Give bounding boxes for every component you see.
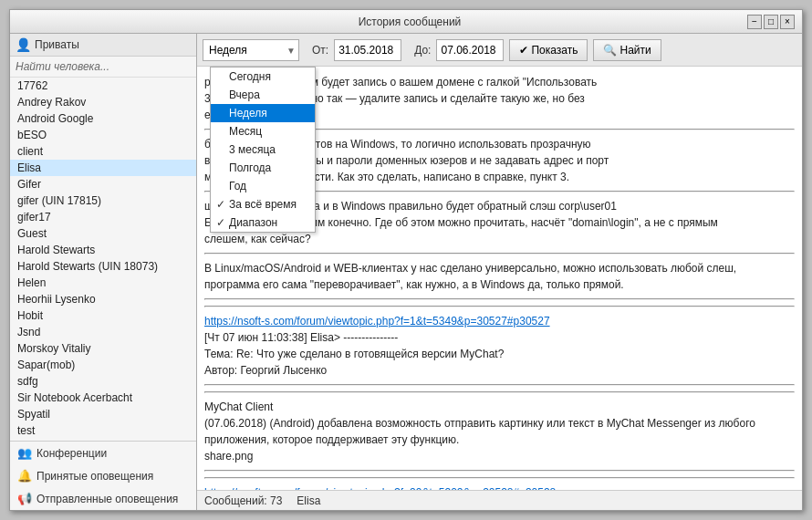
sent-alerts-icon: 📢	[17, 492, 32, 505]
title-buttons: − □ ×	[747, 15, 795, 29]
search-icon: 🔍	[603, 44, 617, 57]
sidebar-header: 👤 Приваты	[10, 34, 196, 57]
window-title: История сообщений	[72, 16, 747, 28]
from-date-input[interactable]	[334, 39, 401, 61]
dropdown-today[interactable]: Сегодня	[211, 68, 315, 86]
separator-4	[204, 298, 795, 300]
contact-gifer[interactable]: Gifer	[10, 176, 196, 192]
dropdown-month[interactable]: Месяц	[211, 122, 315, 140]
minimize-button[interactable]: −	[747, 15, 762, 29]
msg-line-13: Тема: Re: Что уже сделано в готовящейся …	[204, 346, 795, 362]
sidebar: 👤 Приваты Найти человека... 17762 Andrey…	[10, 34, 197, 510]
messages-count: Сообщений: 73	[204, 494, 282, 507]
contact-harold-stewarts[interactable]: Harold Stewarts	[10, 242, 196, 258]
dropdown-alltime[interactable]: ✓За всё время	[211, 195, 315, 213]
contact-morskoy[interactable]: Morskoy Vitaliy	[10, 340, 196, 357]
status-user: Elisa	[297, 494, 320, 507]
period-dropdown: Сегодня Вчера Неделя Месяц 3 месяца Полг…	[210, 67, 316, 233]
dropdown-year[interactable]: Год	[211, 177, 315, 195]
received-alerts-label: Принятые оповещения	[36, 470, 153, 483]
msg-line-17: приложения, которое поддерживает эту фун…	[204, 432, 795, 448]
contact-elisa[interactable]: Elisa	[10, 160, 196, 176]
close-button[interactable]: ×	[780, 15, 795, 29]
msg-line-16: (07.06.2018) (Android) добавлена возможн…	[204, 415, 795, 432]
msg-line-15: MyChat Client	[204, 399, 795, 415]
find-label: Найти	[619, 44, 651, 57]
contact-spyatil[interactable]: Spyatil	[10, 406, 196, 422]
dropdown-yesterday[interactable]: Вчера	[211, 86, 315, 104]
to-date-input[interactable]	[436, 39, 504, 61]
main-window: История сообщений − □ × 👤 Приваты Найти …	[9, 9, 803, 511]
show-button[interactable]: ✔ Показать	[509, 39, 588, 61]
show-label: Показать	[531, 44, 578, 57]
msg-line-14: Автор: Георгий Лысенко	[204, 362, 795, 379]
sent-alerts-item[interactable]: 📢 Отправленные оповещения	[10, 487, 196, 510]
to-label: До:	[414, 44, 431, 57]
contact-guest[interactable]: Guest	[10, 225, 196, 242]
received-alerts-icon: 🔔	[17, 469, 32, 483]
check-icon-2: ✓	[216, 216, 225, 229]
contact-jsnd[interactable]: Jsnd	[10, 324, 196, 340]
status-bar: Сообщений: 73 Elisa	[197, 490, 802, 510]
contact-beso[interactable]: bESO	[10, 127, 196, 143]
privates-icon: 👤	[16, 37, 31, 52]
contact-sir-notebook[interactable]: Sir Notebook Acerbacht	[10, 390, 196, 406]
title-bar: История сообщений − □ ×	[10, 10, 802, 34]
contact-sdfg[interactable]: sdfg	[10, 373, 196, 390]
received-alerts-item[interactable]: 🔔 Принятые оповещения	[10, 464, 196, 487]
conferences-icon: 👥	[17, 446, 32, 460]
contact-gifer17[interactable]: gifer17	[10, 209, 196, 225]
separator-8	[204, 470, 795, 472]
contact-hobit[interactable]: Hobit	[10, 307, 196, 324]
restore-button[interactable]: □	[764, 15, 778, 29]
separator-5	[204, 306, 795, 307]
separator-7	[204, 391, 795, 393]
dropdown-range[interactable]: ✓Диапазон	[211, 213, 315, 232]
dropdown-3months[interactable]: 3 месяца	[211, 140, 315, 159]
msg-line-10: В Linux/macOS/Android и WEB-клиентах у н…	[204, 260, 795, 276]
contact-helen[interactable]: Helen	[10, 275, 196, 291]
contact-harold-stewarts-18073[interactable]: Harold Stewarts (UIN 18073)	[10, 258, 196, 275]
toolbar: Сегодня Вчера Неделя Месяц 3 месяца Полг…	[197, 34, 802, 67]
msg-line-9: слешем, как сейчас?	[204, 231, 795, 247]
separator-3	[204, 253, 795, 255]
msg-line-12: [Чт 07 июн 11:03:38] Elisa> ------------…	[204, 329, 795, 346]
contact-andrey-rakov[interactable]: Andrey Rakov	[10, 94, 196, 110]
dropdown-halfyear[interactable]: Полгода	[211, 159, 315, 177]
msg-line-18: share.png	[204, 448, 795, 464]
contact-sapar[interactable]: Sapar(mob)	[10, 357, 196, 373]
main-content: 👤 Приваты Найти человека... 17762 Andrey…	[10, 34, 802, 510]
conferences-item[interactable]: 👥 Конференции	[10, 442, 196, 464]
check-icon: ✓	[216, 198, 225, 211]
period-select-wrapper: Сегодня Вчера Неделя Месяц 3 месяца Полг…	[203, 39, 299, 61]
contact-list: 17762 Andrey Rakov Android Google bESO c…	[10, 78, 196, 441]
period-select[interactable]: Сегодня Вчера Неделя Месяц 3 месяца Полг…	[203, 39, 299, 61]
dropdown-week[interactable]: Неделя	[211, 104, 315, 122]
contact-17762[interactable]: 17762	[10, 78, 196, 94]
sidebar-title: Приваты	[35, 38, 79, 51]
from-label: От:	[312, 44, 328, 57]
msg-link-1[interactable]: https://nsoft-s.com/forum/viewtopic.php?…	[204, 313, 795, 329]
contact-heorhii-lysenko[interactable]: Heorhii Lysenko	[10, 291, 196, 307]
contact-gifer-17815[interactable]: gifer (UIN 17815)	[10, 192, 196, 209]
separator-6	[204, 384, 795, 386]
separator-9	[204, 477, 795, 479]
find-person-input[interactable]: Найти человека...	[10, 57, 196, 78]
sidebar-footer: 👥 Конференции 🔔 Принятые оповещения 📢 От…	[10, 441, 196, 510]
contact-test[interactable]: test	[10, 422, 196, 439]
checkmark-icon: ✔	[519, 44, 528, 57]
conferences-label: Конференции	[36, 447, 107, 460]
sent-alerts-label: Отправленные оповещения	[36, 493, 178, 505]
msg-line-11: программа его сама "переворачивает", как…	[204, 276, 795, 293]
contact-client[interactable]: client	[10, 143, 196, 160]
contact-android-google[interactable]: Android Google	[10, 110, 196, 127]
find-button[interactable]: 🔍 Найти	[593, 39, 661, 61]
